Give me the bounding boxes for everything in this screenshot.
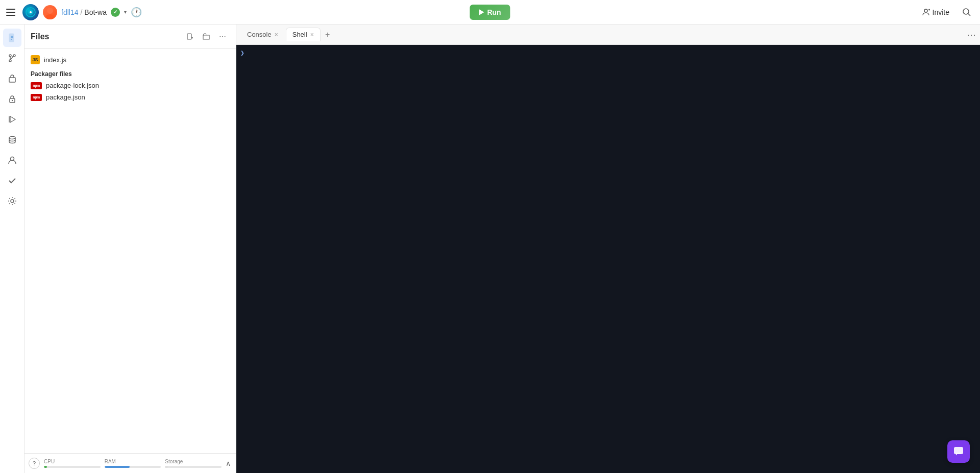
- lock-icon: [8, 94, 17, 104]
- file-explorer-actions: ⋯: [183, 30, 230, 44]
- tab-shell-close[interactable]: ×: [310, 32, 314, 38]
- file-list: JS index.js Packager files npm package-l…: [24, 49, 236, 453]
- npm-icon-package-json: npm: [31, 94, 42, 101]
- file-name-package-lock: package-lock.json: [46, 82, 99, 89]
- main-layout: Files ⋯ JS index.js Packager files npm p…: [0, 24, 980, 473]
- js-file-icon: JS: [31, 55, 40, 64]
- project-dropdown[interactable]: ▾: [124, 9, 127, 15]
- ram-bar-track: [105, 466, 161, 468]
- storage-label: Storage: [165, 459, 222, 464]
- sidebar-item-run[interactable]: [3, 110, 21, 129]
- terminal-panel: Console × Shell × + ⋯ ❯: [236, 24, 980, 473]
- icon-sidebar: [0, 24, 24, 473]
- run-button[interactable]: Run: [470, 5, 510, 20]
- file-item-package-lock[interactable]: npm package-lock.json: [24, 80, 236, 91]
- svg-point-3: [47, 8, 53, 14]
- sidebar-item-git[interactable]: [3, 49, 21, 67]
- sidebar-item-auth[interactable]: [3, 151, 21, 169]
- run-label: Run: [487, 8, 501, 16]
- svg-point-5: [924, 9, 927, 12]
- terminal-tabs: Console × Shell × + ⋯: [236, 24, 980, 45]
- packager-section-label: Packager files: [24, 66, 236, 80]
- invite-icon: [922, 8, 930, 16]
- svg-point-14: [9, 55, 11, 57]
- menu-button[interactable]: [6, 6, 18, 18]
- file-explorer-header: Files ⋯: [24, 24, 236, 49]
- terminal-more-button[interactable]: ⋯: [967, 29, 976, 40]
- storage-bar-fill: [165, 466, 168, 468]
- resource-collapse-button[interactable]: ∧: [226, 459, 231, 467]
- tab-shell-label: Shell: [292, 31, 307, 38]
- new-folder-button[interactable]: [199, 30, 213, 44]
- chat-button[interactable]: [947, 440, 970, 463]
- storage-bar-track: [165, 466, 222, 468]
- verified-badge: [111, 8, 120, 17]
- invite-label: Invite: [933, 8, 949, 16]
- sidebar-item-files[interactable]: [3, 29, 21, 47]
- play-icon: [479, 9, 484, 15]
- terminal-body[interactable]: ❯: [236, 45, 980, 473]
- user-avatar[interactable]: [43, 5, 57, 19]
- svg-rect-18: [9, 78, 15, 82]
- terminal-prompt: ❯: [240, 49, 244, 57]
- breadcrumb-project: Bot-wa: [84, 8, 107, 16]
- tab-console[interactable]: Console ×: [240, 28, 285, 41]
- check-icon: [8, 176, 17, 185]
- sidebar-item-settings[interactable]: [3, 192, 21, 210]
- file-name-package-json: package.json: [46, 93, 85, 101]
- file-item-indexjs[interactable]: JS index.js: [24, 53, 236, 66]
- sidebar-item-tasks[interactable]: [3, 171, 21, 190]
- sidebar-item-secrets[interactable]: [3, 90, 21, 108]
- tab-console-label: Console: [247, 31, 272, 38]
- logo: [22, 4, 39, 20]
- ram-label: RAM: [105, 459, 161, 464]
- header-left: fdll14 / Bot-wa ▾ 🕐: [6, 4, 914, 20]
- file-item-package-json[interactable]: npm package.json: [24, 91, 236, 103]
- invite-button[interactable]: Invite: [918, 6, 953, 19]
- new-folder-icon: [203, 33, 210, 40]
- sidebar-item-database[interactable]: [3, 131, 21, 149]
- history-button[interactable]: 🕐: [131, 7, 142, 18]
- database-icon: [8, 135, 17, 144]
- files-icon: [8, 33, 17, 42]
- svg-rect-26: [187, 34, 191, 39]
- chat-icon: [953, 446, 964, 457]
- file-name-indexjs: index.js: [44, 56, 66, 64]
- cpu-bar-track: [44, 466, 101, 468]
- resource-bar-container: ? CPU RAM Storage ∧: [24, 453, 236, 473]
- header: fdll14 / Bot-wa ▾ 🕐 Run Invite: [0, 0, 980, 24]
- svg-point-25: [11, 200, 14, 203]
- new-file-button[interactable]: [183, 30, 197, 44]
- tab-console-close[interactable]: ×: [275, 32, 278, 38]
- header-right: Invite: [918, 5, 974, 19]
- search-icon: [962, 8, 971, 17]
- file-explorer: Files ⋯ JS index.js Packager files npm p…: [24, 24, 236, 473]
- svg-marker-21: [10, 116, 15, 122]
- breadcrumb-user[interactable]: fdll14: [61, 8, 78, 16]
- packages-icon: [8, 74, 17, 83]
- npm-icon-package-lock: npm: [31, 82, 42, 89]
- svg-point-8: [963, 9, 969, 14]
- ram-resource: RAM: [105, 459, 161, 468]
- svg-point-4: [45, 14, 55, 19]
- cpu-resource: CPU: [44, 459, 101, 468]
- more-options-button[interactable]: ⋯: [215, 30, 230, 44]
- help-button[interactable]: ?: [29, 458, 40, 469]
- gear-icon: [8, 196, 17, 206]
- svg-point-23: [9, 137, 15, 139]
- svg-point-2: [30, 11, 32, 13]
- cpu-bar-fill: [44, 466, 47, 468]
- file-explorer-title: Files: [31, 32, 183, 41]
- add-tab-button[interactable]: +: [322, 29, 334, 41]
- header-center: Run: [470, 5, 510, 20]
- sidebar-item-packages[interactable]: [3, 69, 21, 88]
- tab-shell[interactable]: Shell ×: [286, 28, 321, 41]
- git-icon: [8, 54, 17, 63]
- cpu-label: CPU: [44, 459, 101, 464]
- storage-resource: Storage: [165, 459, 222, 468]
- svg-point-16: [9, 60, 11, 62]
- search-button[interactable]: [960, 5, 974, 19]
- ram-bar-fill: [105, 466, 130, 468]
- svg-point-15: [13, 55, 15, 57]
- svg-line-9: [968, 13, 971, 16]
